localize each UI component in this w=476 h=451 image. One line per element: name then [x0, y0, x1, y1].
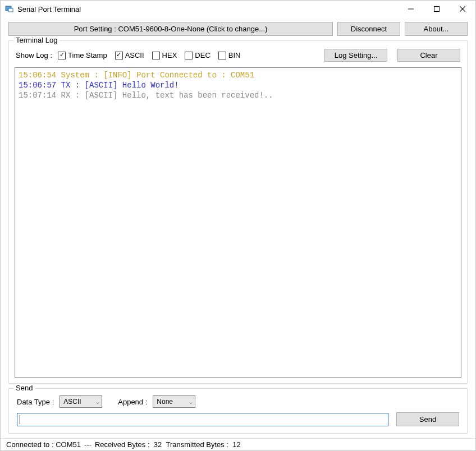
send-button[interactable]: Send — [396, 412, 459, 426]
log-line: 15:07:14 RX : [ASCII] Hello, text has be… — [19, 90, 457, 100]
data-type-value: ASCII — [63, 398, 81, 406]
top-toolbar: Port Setting : COM51-9600-8-One-None (Cl… — [1, 17, 475, 40]
terminal-log-group: Terminal Log Show Log : Time Stamp ASCII… — [8, 40, 468, 384]
log-setting-button[interactable]: Log Setting... — [324, 49, 387, 62]
svg-rect-3 — [434, 7, 440, 12]
disconnect-button[interactable]: Disconnect — [337, 22, 400, 36]
checkbox-box-icon — [152, 52, 160, 59]
clear-button[interactable]: Clear — [397, 49, 460, 62]
checkbox-hex[interactable]: HEX — [152, 51, 177, 59]
show-log-label: Show Log : — [16, 51, 52, 59]
minimize-button[interactable] — [398, 1, 424, 17]
checkbox-time-stamp[interactable]: Time Stamp — [58, 51, 107, 59]
checkbox-label: Time Stamp — [68, 51, 107, 59]
terminal-log-legend: Terminal Log — [13, 36, 60, 44]
data-type-label: Data Type : — [17, 398, 54, 406]
append-value: None — [157, 398, 173, 406]
log-line: 15:06:57 TX : [ASCII] Hello World! — [19, 80, 457, 90]
checkbox-box-icon — [58, 52, 66, 59]
send-options-row: Data Type : ASCII ⌵ Append : None ⌵ — [15, 394, 461, 412]
send-legend: Send — [13, 384, 35, 392]
checkbox-dec[interactable]: DEC — [185, 51, 210, 59]
chevron-down-icon: ⌵ — [96, 399, 99, 405]
status-received-value: 32 — [154, 440, 162, 449]
status-transmitted-value: 12 — [232, 440, 240, 449]
maximize-button[interactable] — [424, 1, 450, 17]
send-input-row: Send — [15, 412, 461, 427]
append-label: Append : — [118, 398, 147, 406]
status-connected-value: COM51 — [56, 440, 81, 449]
app-window: Serial Port Terminal Port Setting : COM5… — [0, 0, 476, 451]
status-separator: --- — [84, 440, 91, 449]
svg-rect-1 — [8, 8, 13, 12]
checkbox-bin[interactable]: BIN — [218, 51, 241, 59]
send-group: Send Data Type : ASCII ⌵ Append : None ⌵… — [8, 388, 468, 434]
about-button[interactable]: About... — [405, 22, 468, 36]
close-button[interactable] — [450, 1, 475, 17]
checkbox-label: BIN — [228, 51, 241, 59]
send-input[interactable] — [17, 413, 388, 426]
data-type-select[interactable]: ASCII ⌵ — [60, 395, 102, 408]
checkbox-label: HEX — [162, 51, 177, 59]
status-bar: Connected to : COM51 --- Received Bytes … — [1, 438, 475, 450]
status-transmitted-label: Transmitted Bytes : — [166, 440, 228, 449]
checkbox-box-icon — [185, 52, 193, 59]
log-line: 15:06:54 System : [INFO] Port Connected … — [19, 70, 457, 80]
window-title: Serial Port Terminal — [17, 5, 81, 13]
checkbox-label: DEC — [195, 51, 210, 59]
app-icon — [5, 4, 14, 13]
log-options-row: Show Log : Time Stamp ASCII HEX DEC BIN — [15, 47, 461, 67]
checkbox-ascii[interactable]: ASCII — [115, 51, 144, 59]
append-select[interactable]: None ⌵ — [153, 395, 195, 408]
port-setting-button[interactable]: Port Setting : COM51-9600-8-One-None (Cl… — [8, 22, 333, 36]
status-received-label: Received Bytes : — [95, 440, 150, 449]
text-cursor-icon — [20, 415, 20, 424]
checkbox-box-icon — [218, 52, 226, 59]
status-connected-label: Connected to : — [6, 440, 54, 449]
titlebar: Serial Port Terminal — [1, 1, 475, 17]
checkbox-box-icon — [115, 52, 123, 59]
checkbox-label: ASCII — [125, 51, 144, 59]
chevron-down-icon: ⌵ — [189, 399, 193, 405]
terminal-log-view[interactable]: 15:06:54 System : [INFO] Port Connected … — [15, 67, 461, 378]
